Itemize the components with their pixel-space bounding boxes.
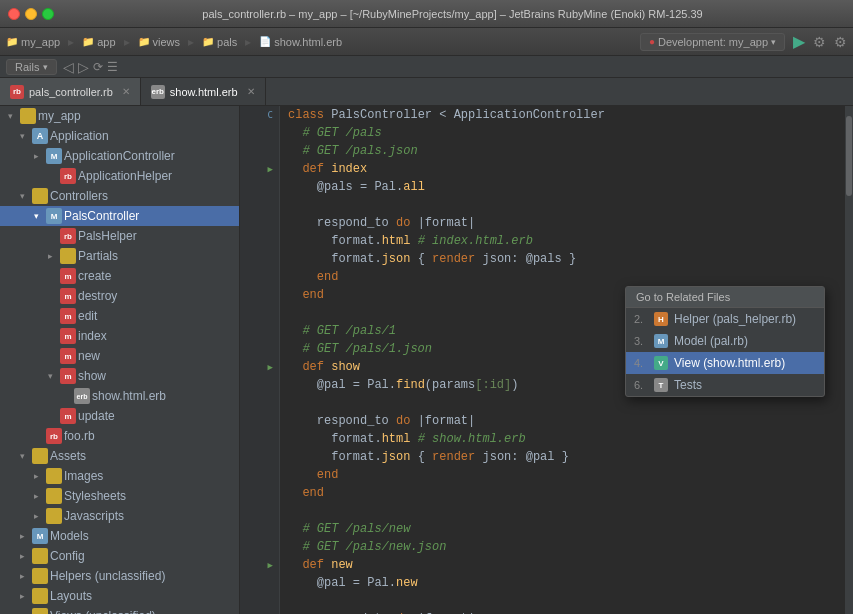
gutter-line-11 (240, 286, 279, 304)
gutter-line-3 (240, 142, 279, 160)
sidebar-label-layouts: Layouts (50, 589, 92, 603)
toolbar-project[interactable]: 📁 my_app (6, 36, 60, 48)
sidebar-item-show[interactable]: ▾ m show (0, 366, 239, 386)
sidebar-item-application[interactable]: ▾ A Application (0, 126, 239, 146)
tab-label-pals-controller: pals_controller.rb (29, 86, 113, 98)
tab-close-show[interactable]: ✕ (247, 86, 255, 97)
editor-scrollbar[interactable] (845, 106, 853, 614)
sidebar-label-index: index (78, 329, 107, 343)
settings-button[interactable]: ⚙ (834, 34, 847, 50)
sidebar-item-show-html-erb[interactable]: ▸ erb show.html.erb (0, 386, 239, 406)
toolbar-file[interactable]: 📄 show.html.erb (259, 36, 342, 48)
icon-views (32, 608, 48, 614)
gutter-line-23 (240, 502, 279, 520)
code-area[interactable]: class PalsController < ApplicationContro… (280, 106, 845, 614)
sidebar-item-update[interactable]: ▸ m update (0, 406, 239, 426)
window-title: pals_controller.rb – my_app – [~/RubyMin… (60, 8, 845, 20)
sidebar-item-images[interactable]: ▸ Images (0, 466, 239, 486)
icon-helpers (32, 568, 48, 584)
gutter-line-9 (240, 250, 279, 268)
popup-item-model[interactable]: 3. M Model (pal.rb) (626, 330, 824, 352)
popup-item-view[interactable]: 4. V View (show.html.erb) (626, 352, 824, 374)
sidebar-label-appcontroller: ApplicationController (64, 149, 175, 163)
toolbar-pals[interactable]: 📁 pals (202, 36, 237, 48)
sidebar-item-create[interactable]: ▸ m create (0, 266, 239, 286)
sidebar-label-new: new (78, 349, 100, 363)
popup-helper-icon: H (654, 312, 668, 326)
popup-item-helper-label: Helper (pals_helper.rb) (674, 312, 796, 326)
tab-show-html[interactable]: erb show.html.erb ✕ (141, 78, 266, 105)
popup-item-tests-label: Tests (674, 378, 702, 392)
gutter-line-28 (240, 592, 279, 610)
toolbar-app[interactable]: 📁 app (82, 36, 115, 48)
sidebar-item-edit[interactable]: ▸ m edit (0, 306, 239, 326)
popup-item-helper[interactable]: 2. H Helper (pals_helper.rb) (626, 308, 824, 330)
sidebar-item-stylesheets[interactable]: ▸ Stylesheets (0, 486, 239, 506)
nav-bar: Rails ▾ ◁ ▷ ⟳ ☰ (0, 56, 853, 78)
maximize-button[interactable] (42, 8, 54, 20)
structure-button[interactable]: ☰ (107, 60, 118, 74)
close-button[interactable] (8, 8, 20, 20)
code-line-3: # GET /pals.json (288, 142, 845, 160)
chevron-javascripts: ▸ (28, 511, 44, 521)
sidebar-item-new[interactable]: ▸ m new (0, 346, 239, 366)
tab-pals-controller[interactable]: rb pals_controller.rb ✕ (0, 78, 141, 105)
sidebar-label-apphelper: ApplicationHelper (78, 169, 172, 183)
icon-update: m (60, 408, 76, 424)
rails-selector[interactable]: Rails ▾ (6, 59, 57, 75)
sidebar-item-helpers[interactable]: ▸ Helpers (unclassified) (0, 566, 239, 586)
code-line-21: end (288, 466, 845, 484)
toolbar-views[interactable]: 📁 views (138, 36, 181, 48)
code-line-1: class PalsController < ApplicationContro… (288, 106, 845, 124)
popup-item-model-label: Model (pal.rb) (674, 334, 748, 348)
code-line-23 (288, 502, 845, 520)
goto-related-popup[interactable]: Go to Related Files 2. H Helper (pals_he… (625, 286, 825, 397)
run-button[interactable]: ▶ (793, 32, 805, 51)
gutter-line-26: ▶ (240, 556, 279, 574)
sidebar-item-apphelper[interactable]: ▸ rb ApplicationHelper (0, 166, 239, 186)
editor: C ▶ ▶ (240, 106, 853, 614)
tab-close-pals[interactable]: ✕ (122, 86, 130, 97)
code-line-9: format.json { render json: @pals } (288, 250, 845, 268)
sidebar-item-config[interactable]: ▸ Config (0, 546, 239, 566)
sidebar-item-palscontroller[interactable]: ▾ M PalsController (0, 206, 239, 226)
sidebar-item-controllers[interactable]: ▾ Controllers (0, 186, 239, 206)
debug-button[interactable]: ⚙ (813, 34, 826, 50)
sidebar-item-layouts[interactable]: ▸ Layouts (0, 586, 239, 606)
sidebar-item-index[interactable]: ▸ m index (0, 326, 239, 346)
icon-images (46, 468, 62, 484)
gutter-line-19 (240, 430, 279, 448)
icon-palshelper: rb (60, 228, 76, 244)
traffic-lights[interactable] (8, 8, 54, 20)
sidebar-item-javascripts[interactable]: ▸ Javascripts (0, 506, 239, 526)
sidebar-item-models[interactable]: ▸ M Models (0, 526, 239, 546)
sidebar-item-partials[interactable]: ▸ Partials (0, 246, 239, 266)
chevron-images: ▸ (28, 471, 44, 481)
sidebar-label-foo-rb: foo.rb (64, 429, 95, 443)
sidebar-item-destroy[interactable]: ▸ m destroy (0, 286, 239, 306)
nav-controls[interactable]: ◁ ▷ ⟳ ☰ (63, 59, 118, 75)
icon-javascripts (46, 508, 62, 524)
refresh-button[interactable]: ⟳ (93, 60, 103, 74)
code-line-29: respond_to do |format| (288, 610, 845, 614)
popup-item-view-label: View (show.html.erb) (674, 356, 785, 370)
scrollbar-thumb[interactable] (846, 116, 852, 196)
run-config[interactable]: ● Development: my_app ▾ (640, 33, 785, 51)
sidebar-item-appcontroller[interactable]: ▸ M ApplicationController (0, 146, 239, 166)
minimize-button[interactable] (25, 8, 37, 20)
views-label: views (153, 36, 181, 48)
sidebar-label-partials: Partials (78, 249, 118, 263)
sidebar-item-assets[interactable]: ▾ Assets (0, 446, 239, 466)
sidebar-item-palshelper[interactable]: ▸ rb PalsHelper (0, 226, 239, 246)
sidebar-item-my_app[interactable]: ▾ my_app (0, 106, 239, 126)
code-line-19: format.html # show.html.erb (288, 430, 845, 448)
sidebar-item-views[interactable]: ▸ Views (unclassified) (0, 606, 239, 614)
back-button[interactable]: ◁ (63, 59, 74, 75)
forward-button[interactable]: ▷ (78, 59, 89, 75)
sidebar-label-my_app: my_app (38, 109, 81, 123)
sidebar-label-palscontroller: PalsController (64, 209, 139, 223)
sidebar-item-foo-rb[interactable]: ▸ rb foo.rb (0, 426, 239, 446)
app-label: app (97, 36, 115, 48)
popup-item-tests[interactable]: 6. T Tests (626, 374, 824, 396)
popup-item-view-num: 4. (634, 357, 648, 369)
